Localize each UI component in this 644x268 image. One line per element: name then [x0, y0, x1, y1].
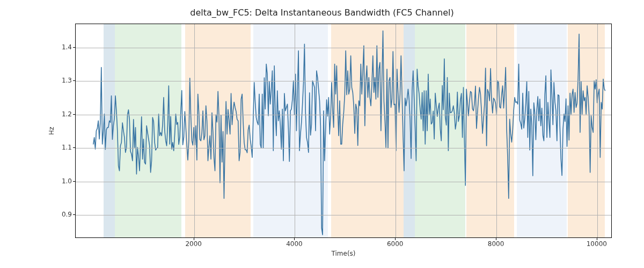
figure: delta_bw_FC5: Delta Instantaneous Bandwi…: [0, 0, 644, 268]
xtick-label: 8000: [488, 240, 504, 248]
gridline-horizontal: [76, 81, 611, 81]
ytick-mark: [73, 214, 75, 215]
plot-area: [75, 24, 612, 238]
gridline-horizontal: [76, 148, 611, 148]
ytick-mark: [73, 181, 75, 182]
gridline-vertical: [396, 24, 396, 237]
gridline-vertical: [295, 24, 295, 237]
ytick-label: 1.2: [45, 110, 72, 118]
gridline-horizontal: [76, 182, 611, 182]
ytick-label: 1.4: [45, 43, 72, 51]
ytick-mark: [73, 80, 75, 81]
gridline-horizontal: [76, 115, 611, 115]
chart-title: delta_bw_FC5: Delta Instantaneous Bandwi…: [0, 8, 644, 18]
xtick-label: 2000: [185, 240, 202, 248]
line-delta_bw_FC5: [93, 31, 605, 235]
ytick-label: 1.1: [45, 144, 72, 151]
ytick-label: 1.0: [45, 177, 72, 185]
ytick-mark: [73, 114, 75, 115]
gridline-vertical: [597, 24, 598, 237]
gridline-horizontal: [76, 215, 611, 215]
ytick-label: 0.9: [45, 211, 72, 218]
ytick-mark: [73, 147, 75, 148]
xtick-label: 6000: [387, 240, 404, 248]
xtick-label: 10000: [587, 240, 607, 248]
line-series: [76, 24, 611, 237]
gridline-vertical: [194, 24, 195, 237]
ytick-mark: [73, 47, 75, 48]
ytick-label: 1.3: [45, 77, 72, 84]
gridline-horizontal: [76, 48, 611, 48]
xtick-label: 4000: [286, 240, 303, 248]
y-axis-label: Hz: [48, 126, 55, 135]
gridline-vertical: [496, 24, 497, 237]
x-axis-label: Time(s): [332, 250, 356, 257]
